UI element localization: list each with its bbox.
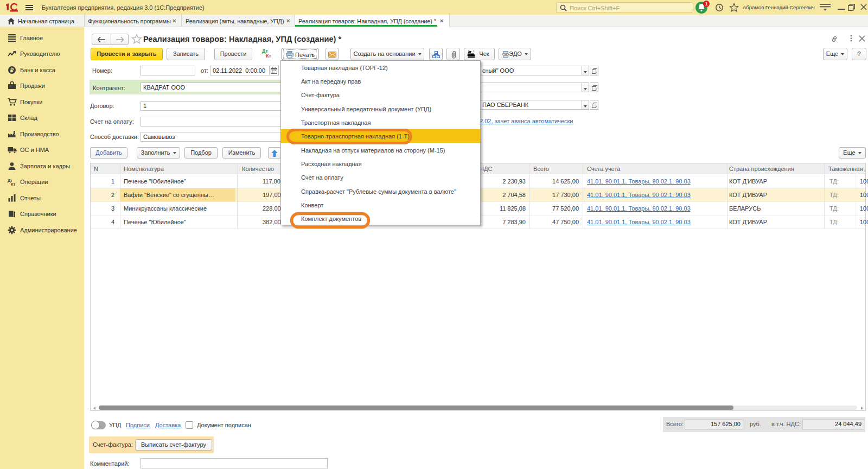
svg-text:1: 1 [705, 1, 708, 7]
svg-text:₽: ₽ [10, 67, 14, 73]
svg-text:Кт: Кт [11, 182, 16, 186]
